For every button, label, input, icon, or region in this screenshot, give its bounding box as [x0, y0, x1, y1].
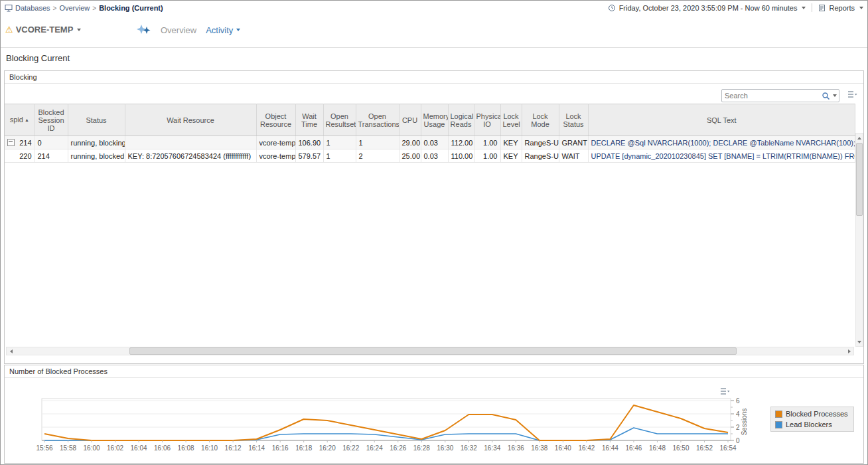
svg-text:16:18: 16:18 — [295, 444, 312, 452]
instance-nav: Overview Activity — [137, 22, 240, 38]
svg-text:0: 0 — [736, 437, 740, 444]
scroll-left-button[interactable] — [7, 347, 15, 355]
col-header-status[interactable]: Status — [68, 104, 125, 136]
table-row-blocked[interactable]: 220 214 running, blocked KEY: 8:72057606… — [5, 149, 855, 163]
search-box[interactable] — [721, 89, 839, 102]
cell-sql-text: UPDATE [dynamic_202010230845] SET [BNAME… — [588, 149, 855, 163]
col-header-physical-io[interactable]: Physical IO — [474, 104, 500, 136]
tab-activity-label: Activity — [206, 25, 233, 35]
col-header-lock-status[interactable]: Lock Status — [559, 104, 588, 136]
warning-icon: ⚠ — [5, 25, 13, 35]
col-header-open-resultsets[interactable]: Open Resultsets — [323, 104, 356, 136]
svg-text:16:14: 16:14 — [248, 444, 265, 452]
col-header-wait-resource[interactable]: Wait Resource — [125, 104, 256, 136]
col-header-spid[interactable]: spid▲ — [5, 104, 35, 136]
cell-cpu: 29.00 — [399, 136, 421, 149]
svg-text:16:52: 16:52 — [696, 444, 713, 452]
instance-name: VCORE-TEMP — [16, 25, 74, 35]
tab-overview[interactable]: Overview — [161, 25, 196, 35]
chart-grid — [42, 399, 731, 440]
svg-text:16:50: 16:50 — [672, 444, 689, 452]
col-header-blocked-session-id[interactable]: Blocked Session ID — [35, 104, 68, 136]
svg-text:16:08: 16:08 — [178, 444, 194, 452]
list-menu-icon — [847, 90, 857, 98]
col-header-cpu[interactable]: CPU — [399, 104, 421, 136]
horizontal-scroll-thumb[interactable] — [129, 347, 737, 355]
svg-text:4: 4 — [736, 411, 740, 418]
y-axis-title: Sessions — [741, 409, 748, 436]
blocking-panel-title: Blocking — [5, 71, 863, 84]
cell-wait-time: 579.57 — [295, 149, 323, 163]
cell-physical-io: 1.00 — [474, 136, 500, 149]
horizontal-scrollbar[interactable] — [6, 347, 854, 355]
cell-open-transactions: 2 — [356, 149, 399, 163]
grid-customizer-button[interactable] — [847, 90, 857, 100]
cell-spid: 214 — [5, 136, 35, 149]
cell-wait-resource: KEY: 8:72057606724583424 (ffffffffffff) — [125, 149, 256, 163]
breadcrumb-databases[interactable]: Databases — [15, 4, 50, 12]
cell-open-resultsets: 1 — [323, 149, 356, 163]
svg-text:15:58: 15:58 — [60, 444, 76, 452]
scroll-right-button[interactable] — [845, 347, 853, 355]
chart-series — [44, 405, 728, 440]
header-divider — [1, 47, 867, 48]
breadcrumb-current-page: Blocking (Current) — [99, 4, 163, 12]
toolbar-divider — [812, 3, 812, 12]
triangle-right-icon — [848, 349, 851, 353]
scroll-down-button[interactable] — [856, 337, 863, 346]
cell-logical-reads: 112.00 — [448, 136, 474, 149]
svg-text:16:44: 16:44 — [602, 444, 618, 452]
cell-spid: 220 — [5, 149, 35, 163]
col-header-wait-time[interactable]: Wait Time — [295, 104, 323, 136]
svg-text:2: 2 — [736, 424, 740, 431]
legend-label: Lead Blockers — [786, 420, 832, 428]
svg-text:16:36: 16:36 — [508, 444, 524, 452]
blocked-processes-chart: 15:5615:5816:0016:0216:0416:0616:0816:10… — [5, 365, 862, 462]
chevron-down-icon[interactable] — [77, 29, 81, 31]
cell-open-transactions: 1 — [356, 136, 399, 149]
col-header-lock-level[interactable]: Lock Level — [500, 104, 522, 136]
blocked-processes-panel: Number of Blocked Processes 15:5615:5816… — [4, 365, 864, 464]
chevron-down-icon[interactable] — [859, 7, 863, 9]
cell-sql-text: DECLARE @Sql NVARCHAR(1000); DECLARE @Ta… — [588, 136, 855, 149]
vertical-scrollbar[interactable] — [855, 133, 863, 347]
svg-text:16:46: 16:46 — [625, 444, 642, 452]
svg-text:16:40: 16:40 — [555, 444, 571, 452]
col-header-memory-usage[interactable]: Memory Usage — [421, 104, 448, 136]
svg-text:16:06: 16:06 — [154, 444, 171, 452]
reports-menu[interactable]: Reports — [829, 4, 855, 12]
col-header-object-resource[interactable]: Object Resource — [256, 104, 295, 136]
vertical-scroll-thumb[interactable] — [856, 143, 863, 216]
cell-lock-mode: RangeS-U — [522, 149, 559, 163]
topbar-controls: Friday, October 23, 2020 3:55:09 PM - No… — [608, 3, 863, 12]
col-header-sql-text[interactable]: SQL Text — [588, 104, 855, 136]
cell-lock-level: KEY — [500, 149, 522, 163]
breadcrumb-separator: > — [53, 5, 57, 12]
cell-lock-mode: RangeS-U — [522, 136, 559, 149]
svg-text:16:38: 16:38 — [531, 444, 547, 452]
svg-text:16:04: 16:04 — [131, 444, 147, 452]
chevron-down-icon[interactable] — [802, 7, 806, 9]
search-button[interactable] — [822, 92, 839, 100]
breadcrumb-overview[interactable]: Overview — [59, 4, 90, 12]
col-header-open-transactions[interactable]: Open Transactions — [356, 104, 399, 136]
collapse-icon[interactable] — [7, 139, 15, 146]
time-range-selector[interactable]: Friday, October 23, 2020 3:55:09 PM - No… — [619, 4, 798, 12]
cell-memory-usage: 0.03 — [421, 136, 448, 149]
search-options-chevron-icon[interactable] — [833, 94, 837, 97]
search-input[interactable] — [722, 92, 822, 100]
table-row-blocker[interactable]: 214 0 running, blocking vcore-temp 106.9… — [5, 136, 855, 149]
col-header-label: spid — [10, 116, 23, 124]
col-header-logical-reads[interactable]: Logical Reads — [448, 104, 474, 136]
instance-selector[interactable]: ⚠ VCORE-TEMP — [5, 25, 81, 35]
tab-activity[interactable]: Activity — [206, 25, 240, 35]
cell-memory-usage: 0.03 — [421, 149, 448, 163]
svg-text:16:48: 16:48 — [649, 444, 666, 452]
col-header-lock-mode[interactable]: Lock Mode — [522, 104, 559, 136]
cell-lock-status: GRANT — [559, 136, 588, 149]
scroll-up-button[interactable] — [856, 134, 863, 142]
cell-lock-status: WAIT — [559, 149, 588, 163]
blocking-table: spid▲ Blocked Session ID Status Wait Res… — [5, 104, 855, 163]
sort-asc-icon: ▲ — [25, 118, 29, 122]
triangle-down-icon — [857, 341, 861, 343]
